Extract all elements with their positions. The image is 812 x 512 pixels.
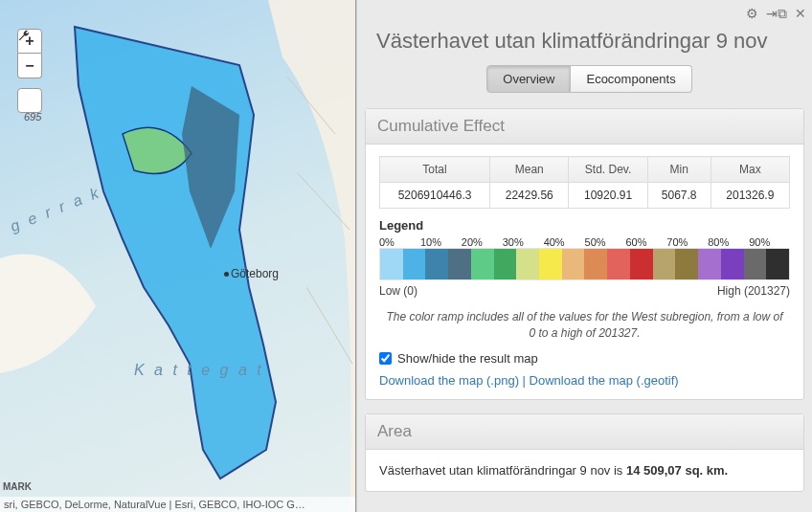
legend-swatch bbox=[766, 249, 789, 279]
panel-header: ⚙ ⇥⧉ ✕ Västerhavet utan klimatförändring… bbox=[357, 0, 812, 108]
legend-swatch bbox=[653, 249, 676, 279]
tab-overview[interactable]: Overview bbox=[486, 65, 571, 93]
legend-swatch bbox=[380, 249, 403, 279]
legend-swatch bbox=[425, 249, 448, 279]
val-mean: 22429.56 bbox=[490, 183, 569, 209]
col-max: Max bbox=[710, 157, 789, 183]
legend-title: Legend bbox=[379, 218, 790, 233]
toggle-result-map-checkbox[interactable] bbox=[379, 352, 392, 365]
section-heading: Cumulative Effect bbox=[366, 109, 803, 145]
legend-swatch bbox=[721, 249, 744, 279]
legend-swatch bbox=[698, 249, 721, 279]
map-viewport[interactable]: + − 695 g e r r a k K a t t e g a t Göte… bbox=[0, 0, 356, 512]
legend-pct-label: 60% bbox=[625, 236, 666, 248]
legend-swatch bbox=[539, 249, 562, 279]
gear-icon[interactable]: ⚙ bbox=[746, 6, 758, 22]
section-area: Area Västerhavet utan klimatförändringar… bbox=[365, 413, 804, 493]
legend-swatch bbox=[675, 249, 698, 279]
toggle-result-map-label: Show/hide the result map bbox=[397, 351, 538, 366]
legend-pct-label: 40% bbox=[544, 236, 585, 248]
legend: 0%10%20%30%40%50%60%70%80%90% Low (0) Hi… bbox=[379, 236, 790, 298]
map-scale-label: 695 bbox=[24, 111, 41, 122]
stats-table: Total Mean Std. Dev. Min Max 5206910446.… bbox=[379, 156, 790, 209]
area-text: Västerhavet utan klimatförändringar 9 no… bbox=[379, 461, 790, 480]
wrench-icon bbox=[17, 29, 31, 42]
city-label-goteborg: Göteborg bbox=[231, 267, 279, 280]
area-prefix: Västerhavet utan klimatförändringar 9 no… bbox=[379, 463, 626, 478]
legend-swatch bbox=[584, 249, 607, 279]
zoom-out-button[interactable]: − bbox=[17, 54, 42, 78]
legend-swatch bbox=[562, 249, 585, 279]
legend-percent-labels: 0%10%20%30%40%50%60%70%80%90% bbox=[379, 236, 790, 248]
legend-note: The color ramp includes all of the value… bbox=[383, 309, 786, 342]
map-overlay-svg bbox=[0, 0, 356, 512]
legend-pct-label: 0% bbox=[379, 236, 420, 248]
tab-ecocomponents[interactable]: Ecocomponents bbox=[571, 65, 691, 93]
side-panel: ⚙ ⇥⧉ ✕ Västerhavet utan klimatförändring… bbox=[356, 0, 812, 512]
map-attribution: sri, GEBCO, DeLorme, NaturalVue | Esri, … bbox=[0, 497, 356, 512]
section-cumulative-effect: Cumulative Effect Total Mean Std. Dev. M… bbox=[365, 108, 804, 400]
legend-swatch bbox=[607, 249, 630, 279]
legend-swatch bbox=[471, 249, 494, 279]
val-max: 201326.9 bbox=[710, 183, 789, 209]
legend-pct-label: 10% bbox=[420, 236, 462, 248]
legend-pct-label: 70% bbox=[666, 236, 708, 248]
city-marker bbox=[224, 272, 229, 277]
section-heading: Area bbox=[366, 414, 803, 450]
legend-swatch bbox=[494, 249, 517, 279]
legend-high-label: High (201327) bbox=[717, 284, 790, 298]
col-mean: Mean bbox=[490, 157, 569, 183]
col-min: Min bbox=[647, 157, 710, 183]
legend-swatch bbox=[516, 249, 539, 279]
val-stddev: 10920.91 bbox=[569, 183, 647, 209]
country-label-fragment: MARK bbox=[3, 481, 32, 492]
map-tools-button[interactable] bbox=[17, 88, 42, 113]
area-value: 14 509,07 sq. km. bbox=[626, 463, 728, 478]
download-links: Download the map (.png) | Download the m… bbox=[379, 373, 790, 388]
download-geotif-link[interactable]: Download the map (.geotif) bbox=[530, 373, 679, 388]
close-icon[interactable]: ✕ bbox=[795, 6, 806, 22]
legend-pct-label: 50% bbox=[585, 236, 626, 248]
val-min: 5067.8 bbox=[647, 183, 710, 209]
col-stddev: Std. Dev. bbox=[569, 157, 647, 183]
legend-swatch bbox=[630, 249, 653, 279]
legend-color-ramp bbox=[379, 248, 790, 280]
legend-swatch bbox=[744, 249, 767, 279]
legend-low-label: Low (0) bbox=[379, 284, 417, 298]
download-png-link[interactable]: Download the map (.png) bbox=[379, 373, 519, 388]
legend-pct-label: 30% bbox=[503, 236, 544, 248]
link-separator: | bbox=[519, 373, 530, 388]
export-icon[interactable]: ⇥⧉ bbox=[766, 6, 787, 22]
legend-pct-label: 20% bbox=[462, 236, 503, 248]
legend-swatch bbox=[403, 249, 426, 279]
legend-pct-label: 90% bbox=[749, 236, 790, 248]
legend-pct-label: 80% bbox=[708, 236, 749, 248]
val-total: 5206910446.3 bbox=[380, 183, 490, 209]
panel-title: Västerhavet utan klimatförändringar 9 no… bbox=[376, 6, 802, 65]
tab-bar: Overview Ecocomponents bbox=[376, 65, 802, 108]
legend-swatch bbox=[448, 249, 471, 279]
col-total: Total bbox=[380, 157, 490, 183]
zoom-controls: + − bbox=[17, 29, 42, 113]
